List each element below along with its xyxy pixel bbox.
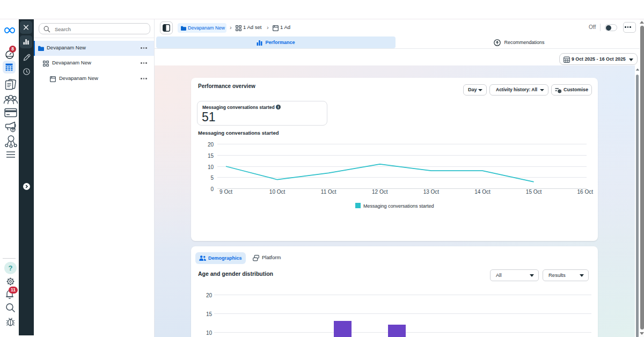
svg-text:9 Oct: 9 Oct [219,189,232,195]
svg-text:15 Oct: 15 Oct [526,189,542,195]
svg-text:13 Oct: 13 Oct [423,189,440,195]
svg-text:10 Oct: 10 Oct [269,189,286,195]
svg-text:10: 10 [206,330,213,336]
svg-text:20: 20 [206,292,213,298]
svg-text:11 Oct: 11 Oct [321,189,336,195]
svg-text:5: 5 [210,175,214,181]
svg-text:Messaging conversations starte: Messaging conversations started [363,203,434,209]
svg-text:10: 10 [208,164,214,170]
svg-text:14 Oct: 14 Oct [474,189,491,195]
svg-text:20: 20 [208,142,214,148]
svg-text:16 Oct: 16 Oct [577,189,594,195]
svg-text:12 Oct: 12 Oct [372,189,388,195]
svg-text:15: 15 [206,311,213,317]
svg-text:0: 0 [210,186,214,192]
svg-text:15: 15 [208,153,214,159]
